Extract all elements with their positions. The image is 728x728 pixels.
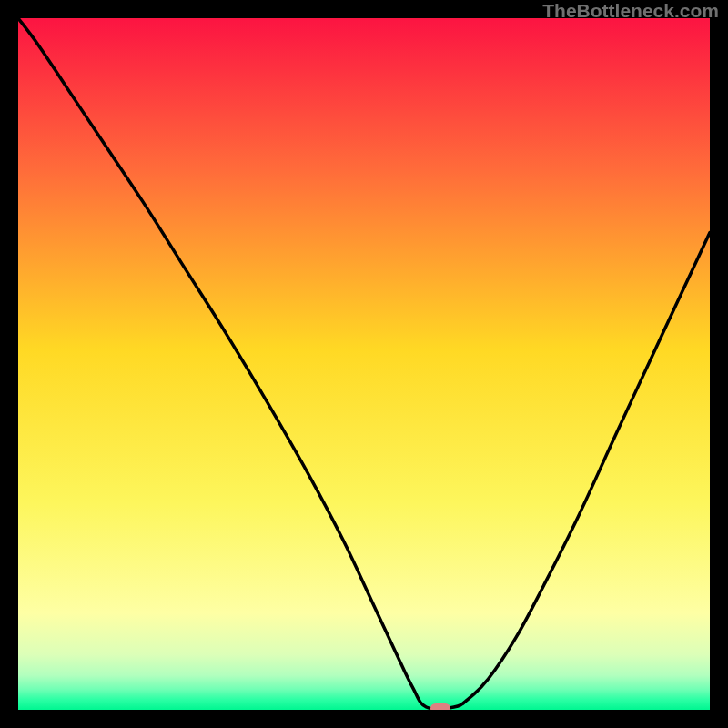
- dip-marker: [430, 703, 450, 710]
- watermark-text: TheBottleneck.com: [542, 0, 719, 22]
- figure-container: TheBottleneck.com: [0, 0, 728, 728]
- bottleneck-curve: [18, 18, 710, 710]
- plot-area: [18, 18, 710, 710]
